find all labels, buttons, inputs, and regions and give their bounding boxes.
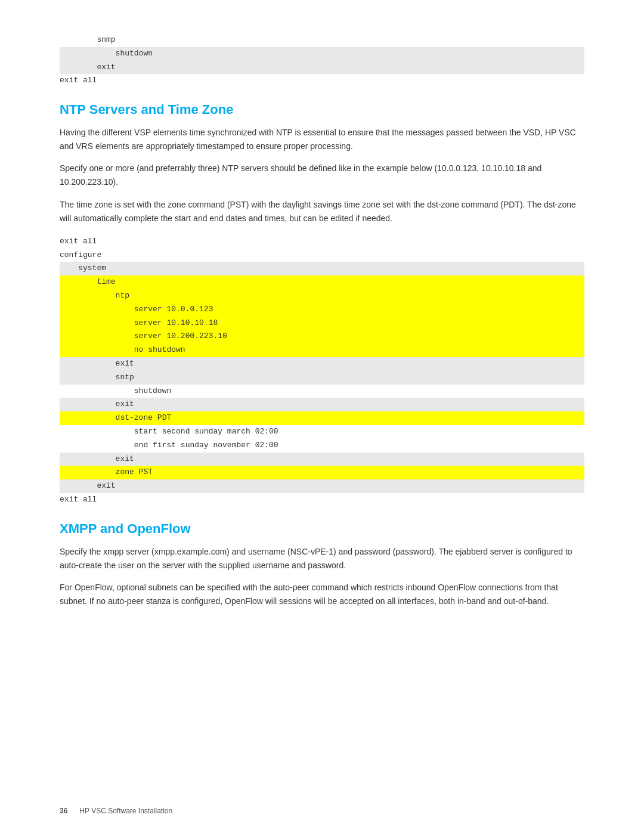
code-line: zone PST — [60, 466, 584, 479]
code-line: server 10.10.10.18 — [60, 317, 584, 330]
code-line: no shutdown — [60, 343, 584, 357]
section2-para1: Specify the xmpp server (xmpp.example.co… — [60, 545, 584, 572]
code-line: exit all — [60, 235, 584, 249]
code-line: end first sunday november 02:00 — [60, 439, 584, 453]
section2-heading: XMPP and OpenFlow — [60, 521, 584, 537]
code-line: dst-zone PDT — [60, 411, 584, 425]
code-line: exit all — [60, 74, 584, 88]
code-line: exit — [60, 398, 584, 411]
top-code-block: snmp shutdown exitexit all — [60, 33, 584, 88]
code-line: configure — [60, 249, 584, 262]
section1-heading: NTP Servers and Time Zone — [60, 102, 584, 117]
code-line: system — [60, 262, 584, 275]
section1-para1: Having the different VSP elements time s… — [60, 126, 584, 153]
code-line: shutdown — [60, 47, 584, 61]
section1-para3: The time zone is set with the zone comma… — [60, 198, 584, 225]
code-line: ntp — [60, 289, 584, 303]
section1-paragraphs: Having the different VSP elements time s… — [60, 126, 584, 225]
section1-para2: Specify one or more (and preferrably thr… — [60, 162, 584, 189]
code-line: snmp — [60, 33, 584, 47]
code-line: shutdown — [60, 385, 584, 398]
page-content: snmp shutdown exitexit all NTP Servers a… — [0, 0, 644, 664]
code-line: exit — [60, 453, 584, 466]
code-line: exit — [60, 479, 584, 493]
footer-title: HP VSC Software Installation — [79, 807, 172, 815]
code-line: start second sunday march 02:00 — [60, 425, 584, 439]
code-line: exit all — [60, 493, 584, 507]
code-line: sntp — [60, 371, 584, 385]
page-footer: 36 HP VSC Software Installation — [60, 807, 584, 815]
ntp-code-block: exit allconfigure system time ntp server… — [60, 235, 584, 507]
section2-paragraphs: Specify the xmpp server (xmpp.example.co… — [60, 545, 584, 608]
code-line: time — [60, 275, 584, 289]
code-line: exit — [60, 61, 584, 75]
footer-page-number: 36 — [60, 807, 67, 815]
code-line: exit — [60, 357, 584, 371]
code-line: server 10.0.0.123 — [60, 303, 584, 317]
code-line: server 10.200.223.10 — [60, 330, 584, 343]
section2-para2: For OpenFlow, optional subnets can be sp… — [60, 581, 584, 608]
